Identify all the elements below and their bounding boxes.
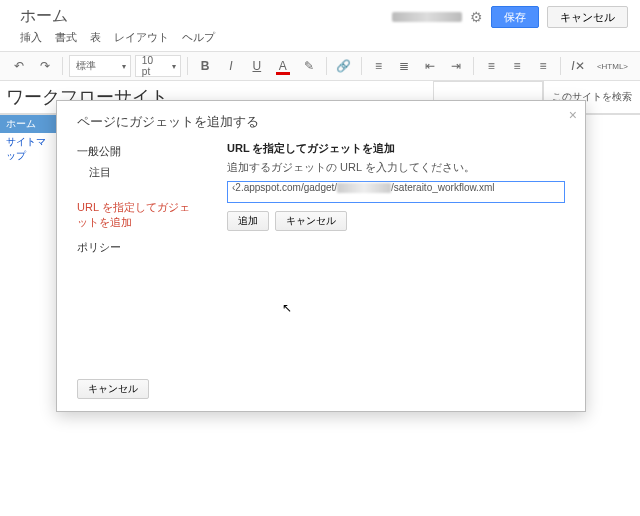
modal-nav-policy[interactable]: ポリシー xyxy=(77,237,197,258)
modal-nav-featured[interactable]: 注目 xyxy=(77,162,197,183)
add-button[interactable]: 追加 xyxy=(227,211,269,231)
close-icon[interactable]: × xyxy=(569,107,577,123)
add-gadget-modal: × ページにガジェットを追加する 一般公開 注目 URL を指定してガジェットを… xyxy=(56,100,586,412)
cursor-icon: ↖ xyxy=(282,301,292,315)
modal-description: 追加するガジェットの URL を入力してください。 xyxy=(227,160,565,175)
modal-cancel-button[interactable]: キャンセル xyxy=(275,211,347,231)
modal-footer-cancel-button[interactable]: キャンセル xyxy=(77,379,149,399)
gadget-url-input[interactable]: ‹2.appspot.com/gadget//sateraito_workflo… xyxy=(227,181,565,203)
modal-title: ページにガジェットを追加する xyxy=(57,101,585,141)
modal-nav: 一般公開 注目 URL を指定してガジェットを追加 ポリシー xyxy=(77,141,197,367)
modal-heading: URL を指定してガジェットを追加 xyxy=(227,141,565,156)
modal-nav-public[interactable]: 一般公開 xyxy=(77,141,197,162)
modal-nav-by-url[interactable]: URL を指定してガジェットを追加 xyxy=(77,197,197,233)
